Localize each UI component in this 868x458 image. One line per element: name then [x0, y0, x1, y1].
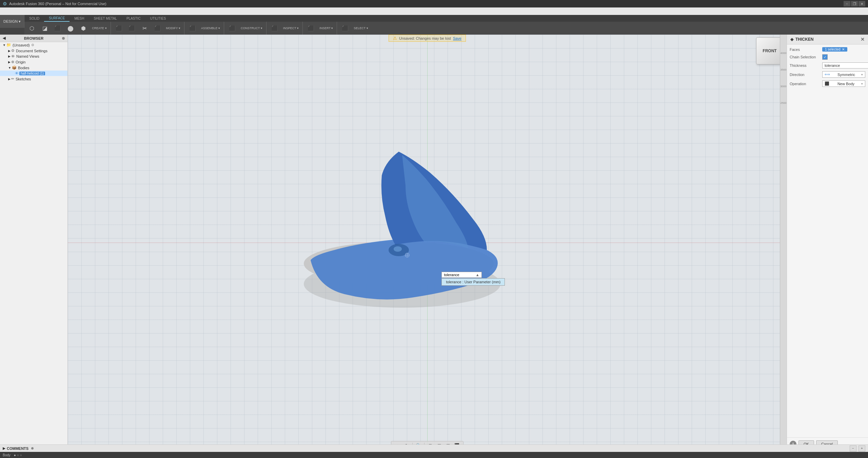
browser-item-sketches[interactable]: ▶ ✏ Sketches — [0, 76, 67, 82]
btn-create-2[interactable]: ◪ — [39, 22, 51, 34]
browser-item-unsaved[interactable]: ▼ 📁 (Unsaved) ⚙ — [0, 42, 67, 48]
btn-create-5[interactable]: ⬢ — [77, 22, 90, 34]
btn-create-1[interactable]: ⬡ — [26, 22, 38, 34]
minimize-button[interactable]: − — [844, 1, 850, 6]
toolbar-group-modify: ⬛ ⬛ ✂ ⬛ MODIFY ▾ — [113, 22, 184, 35]
chain-selection-row: Chain Selection ✓ — [790, 54, 865, 60]
toolbar-tabs: SOLID SURFACE MESH SHEET METAL PLASTIC U… — [24, 15, 868, 22]
browser-item-named-views[interactable]: ▶ 👁 Named Views — [0, 54, 67, 59]
browser-label-half-helicoid: half-helicoid (1) — [19, 72, 45, 75]
btn-create-3[interactable]: ⬛ — [52, 22, 64, 34]
operation-value: New Body — [837, 82, 854, 86]
view-cube-face[interactable]: FRONT — [756, 37, 783, 64]
zoom-in-btn[interactable]: + — [859, 445, 865, 452]
ruler-val-2: 3500 — [781, 68, 787, 71]
btn-select-dropdown[interactable]: SELECT ▾ — [352, 22, 370, 34]
btn-assemble-1[interactable]: ⬛ — [186, 22, 199, 34]
tab-solid[interactable]: SOLID — [24, 15, 44, 22]
warning-message: Unsaved: Changes may be lost — [399, 36, 451, 40]
thicken-panel-close[interactable]: ✕ — [861, 37, 865, 42]
btn-select-1[interactable]: ⬛ — [339, 22, 351, 34]
operation-row: Operation ⬛ New Body ▾ — [790, 80, 865, 87]
bottom-toolbar: ▶ COMMENTS − + — [0, 444, 868, 452]
browser-item-bodies[interactable]: ▼ 📦 Bodies — [0, 65, 67, 71]
view-cube[interactable]: FRONT — [756, 37, 783, 64]
select-label: SELECT ▾ — [354, 26, 368, 30]
thickness-label: Thickness — [790, 63, 820, 68]
close-button[interactable]: ✕ — [859, 1, 865, 6]
toolbar-group-construct: ⬛ CONSTRUCT ▾ — [226, 22, 267, 35]
direction-icon: ⟺ — [825, 72, 830, 77]
browser-collapse-icon[interactable]: ◀ — [3, 36, 5, 40]
zoom-out-btn[interactable]: − — [850, 445, 856, 452]
btn-construct-dropdown[interactable]: CONSTRUCT ▾ — [239, 22, 264, 34]
design-dropdown[interactable]: DESIGN ▾ — [0, 15, 24, 28]
save-link[interactable]: Save — [453, 36, 461, 40]
expand-icon-views: ▶ — [8, 55, 11, 58]
operation-dropdown[interactable]: ⬛ New Body ▾ — [822, 80, 865, 87]
browser-title: BROWSER — [24, 36, 43, 40]
faces-badge-close[interactable]: ✕ — [842, 47, 845, 51]
comments-dot — [31, 447, 34, 450]
toolbar-group-create: ⬡ ◪ ⬛ ⬤ ⬢ CREATE ▾ — [26, 22, 111, 35]
toolbar-group-insert: ⬛ INSERT ▾ — [305, 22, 337, 35]
toolbar-buttons: ⬡ ◪ ⬛ ⬤ ⬢ CREATE ▾ ⬛ ⬛ ✂ ⬛ MODIFY ▾ ⬛ AS… — [24, 22, 868, 35]
browser-item-origin[interactable]: ▶ ⊕ Origin — [0, 59, 67, 65]
comments-label-text: COMMENTS — [7, 446, 28, 451]
btn-insert-1[interactable]: ⬛ — [305, 22, 317, 34]
status-body: Body — [3, 453, 11, 457]
tolerance-arrow[interactable]: ▲ — [476, 273, 479, 277]
shape-svg — [283, 118, 521, 321]
insert-label: INSERT ▾ — [319, 26, 333, 30]
faces-badge[interactable]: 1 selected ✕ — [822, 47, 847, 52]
direction-dropdown[interactable]: ⟺ Symmetric ▾ — [822, 71, 865, 78]
ruler-val-4: 2500 — [781, 101, 787, 104]
faces-label: Faces — [790, 47, 820, 52]
comments-expand-icon[interactable]: ▶ — [3, 446, 5, 450]
tab-utilities[interactable]: UTILITIES — [145, 15, 171, 22]
btn-insert-dropdown[interactable]: INSERT ▾ — [318, 22, 335, 34]
title-bar-left: ⚙ Autodesk Fusion 360 (Personal – Not fo… — [3, 1, 106, 6]
btn-modify-1[interactable]: ⬛ — [113, 22, 125, 34]
tab-plastic[interactable]: PLASTIC — [122, 15, 145, 22]
btn-create-dropdown[interactable]: CREATE ▾ — [90, 22, 108, 34]
eye-icon: 👁 — [15, 71, 19, 75]
origin-icon: ⊕ — [11, 60, 14, 64]
tolerance-input-row: tolerance ▲ — [441, 272, 481, 278]
status-bar: Body ● ○ ○ — [0, 452, 868, 458]
operation-chevron: ▾ — [861, 82, 863, 85]
btn-modify-2[interactable]: ⬛ — [126, 22, 138, 34]
inspect-label: INSPECT ▾ — [283, 26, 299, 30]
toolbar-group-assemble: ⬛ ASSEMBLE ▾ — [186, 22, 224, 35]
btn-inspect-dropdown[interactable]: INSPECT ▾ — [281, 22, 300, 34]
sketches-icon: ✏ — [11, 77, 14, 81]
browser-item-half-helicoid[interactable]: 👁 half-helicoid (1) — [0, 71, 67, 76]
btn-modify-4[interactable]: ⬛ — [152, 22, 164, 34]
thickness-input[interactable] — [822, 62, 868, 69]
operation-icon: ⬛ — [825, 81, 829, 86]
faces-row: Faces 1 selected ✕ — [790, 47, 865, 52]
btn-create-4[interactable]: ⬤ — [64, 22, 77, 34]
tolerance-input[interactable] — [461, 273, 474, 277]
tab-sheet-metal[interactable]: SHEET METAL — [89, 15, 122, 22]
tolerance-dropdown[interactable]: tolerance : User Parameter (mm) — [441, 278, 505, 286]
folder-icon: 📁 — [6, 43, 11, 47]
btn-assemble-dropdown[interactable]: ASSEMBLE ▾ — [199, 22, 222, 34]
direction-row: Direction ⟺ Symmetric ▾ — [790, 71, 865, 78]
create-label: CREATE ▾ — [92, 26, 106, 30]
viewport[interactable]: ⚠ Unsaved: Changes may be lost Save — [68, 35, 787, 451]
main-content: ◀ BROWSER ▼ 📁 (Unsaved) ⚙ ▶ ⚙ Document S… — [0, 35, 868, 451]
restore-button[interactable]: ❐ — [851, 1, 858, 6]
ruler-val-1: 4000 — [781, 52, 787, 55]
expand-icon: ▼ — [3, 43, 6, 47]
tab-surface[interactable]: SURFACE — [44, 15, 70, 22]
browser-item-doc-settings[interactable]: ▶ ⚙ Document Settings — [0, 48, 67, 54]
btn-modify-3[interactable]: ✂ — [139, 22, 151, 34]
btn-modify-dropdown[interactable]: MODIFY ▾ — [164, 22, 182, 34]
tab-mesh[interactable]: MESH — [70, 15, 89, 22]
btn-construct-1[interactable]: ⬛ — [226, 22, 238, 34]
chain-checkbox[interactable]: ✓ — [822, 54, 828, 60]
expand-icon-origin: ▶ — [8, 60, 11, 64]
expand-icon-sketches: ▶ — [8, 77, 11, 81]
btn-inspect-1[interactable]: ⬛ — [269, 22, 281, 34]
